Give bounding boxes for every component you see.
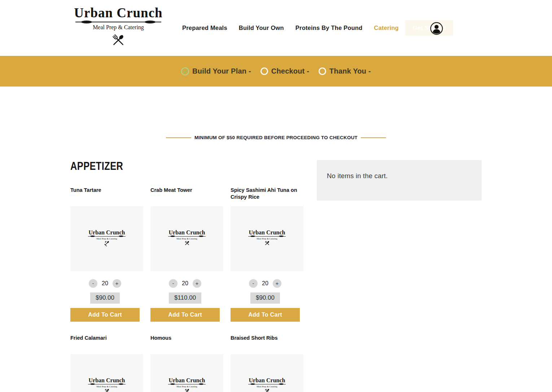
products-column: APPETIZER Tuna Tartare Urban Crunch Meal… xyxy=(70,160,305,392)
nav-prepared-meals[interactable]: Prepared Meals xyxy=(182,25,227,31)
checkout-steps: Build Your Plan - Checkout - Thank You - xyxy=(181,67,371,75)
product-grid: Tuna Tartare Urban Crunch Meal Prep & Ca… xyxy=(70,186,305,392)
cart-empty-message: No items in the cart. xyxy=(317,160,482,180)
fork-spoon-icon xyxy=(247,240,286,248)
price-label: $90.00 xyxy=(90,292,120,304)
placeholder-brand-logo: Urban Crunch Meal Prep & Catering xyxy=(167,230,206,248)
placeholder-logo-rule xyxy=(88,384,126,385)
placeholder-brand-name: Urban Crunch xyxy=(247,230,286,236)
cart-summary-panel: No items in the cart. xyxy=(317,160,482,201)
quantity-stepper: - 20 + xyxy=(70,279,140,288)
product-card-homous: Homous Urban Crunch Meal Prep & Catering xyxy=(150,334,223,392)
placeholder-brand-tagline: Meal Prep & Catering xyxy=(167,237,206,240)
brand-tagline: Meal Prep & Catering xyxy=(74,24,163,31)
product-card-braised-short-ribs: Braised Short Ribs Urban Crunch Meal Pre… xyxy=(231,334,303,392)
decrease-quantity-button[interactable]: - xyxy=(249,279,258,288)
product-card-fried-calamari: Fried Calamari Urban Crunch Meal Prep & … xyxy=(70,334,143,392)
nav-catering[interactable]: Catering xyxy=(374,25,399,31)
product-card-crab-meat-tower: Crab Meat Tower Urban Crunch Meal Prep &… xyxy=(150,186,223,322)
nav-build-your-own[interactable]: Build Your Own xyxy=(239,25,284,31)
placeholder-brand-logo: Urban Crunch Meal Prep & Catering xyxy=(167,378,206,392)
fork-spoon-icon xyxy=(87,388,126,392)
main-content: MINIMUM OF $50 REQUIRED BEFORE PROCEEDIN… xyxy=(70,135,482,392)
placeholder-brand-name: Urban Crunch xyxy=(167,230,206,236)
logo-ornament-rule xyxy=(75,22,161,22)
product-title[interactable]: Braised Short Ribs xyxy=(231,334,303,354)
product-image-placeholder[interactable]: Urban Crunch Meal Prep & Catering xyxy=(150,354,223,392)
step-build-your-plan: Build Your Plan - xyxy=(181,67,251,75)
placeholder-brand-name: Urban Crunch xyxy=(87,378,126,384)
price-label: $110.00 xyxy=(169,292,201,304)
placeholder-logo-rule xyxy=(248,384,286,385)
fork-spoon-icon xyxy=(74,32,163,50)
quantity-stepper: - 20 + xyxy=(150,279,220,288)
placeholder-brand-tagline: Meal Prep & Catering xyxy=(87,385,126,388)
decrease-quantity-button[interactable]: - xyxy=(169,279,178,288)
decrease-quantity-button[interactable]: - xyxy=(89,279,97,288)
notice-line-left xyxy=(166,137,191,138)
fork-spoon-icon xyxy=(87,240,126,248)
brand-logo[interactable]: Urban Crunch Meal Prep & Catering xyxy=(74,6,163,50)
notice-line-right xyxy=(361,137,386,138)
get-started-button[interactable]: Get Started xyxy=(405,20,453,36)
account-icon[interactable] xyxy=(430,22,443,35)
placeholder-brand-tagline: Meal Prep & Catering xyxy=(167,385,206,388)
hollow-circle-icon xyxy=(260,67,268,75)
placeholder-brand-name: Urban Crunch xyxy=(167,378,206,384)
add-to-cart-button[interactable]: Add To Cart xyxy=(231,308,300,322)
step-label: Thank You - xyxy=(329,67,371,75)
add-to-cart-button[interactable]: Add To Cart xyxy=(150,308,220,322)
product-title[interactable]: Fried Calamari xyxy=(70,334,143,354)
brand-name: Urban Crunch xyxy=(74,6,163,21)
nav-proteins-by-the-pound[interactable]: Proteins By The Pound xyxy=(295,25,363,31)
fork-spoon-icon xyxy=(167,240,206,248)
product-title[interactable]: Crab Meat Tower xyxy=(150,186,223,206)
product-card-spicy-sashimi: Spicy Sashimi Ahi Tuna on Crispy Rice Ur… xyxy=(231,186,303,322)
product-controls: - 20 + $90.00 Add To Cart xyxy=(231,279,300,322)
price-label: $90.00 xyxy=(250,292,280,304)
product-image-placeholder[interactable]: Urban Crunch Meal Prep & Catering xyxy=(150,206,223,271)
check-circle-icon xyxy=(181,67,189,75)
placeholder-logo-rule xyxy=(248,236,286,237)
step-thank-you: Thank You - xyxy=(319,67,371,75)
product-title[interactable]: Spicy Sashimi Ahi Tuna on Crispy Rice xyxy=(231,186,303,206)
placeholder-brand-tagline: Meal Prep & Catering xyxy=(247,385,286,388)
quantity-value[interactable]: 20 xyxy=(180,280,190,287)
minimum-order-notice: MINIMUM OF $50 REQUIRED BEFORE PROCEEDIN… xyxy=(70,135,482,140)
quantity-value[interactable]: 20 xyxy=(260,280,270,287)
increase-quantity-button[interactable]: + xyxy=(273,279,281,288)
placeholder-brand-logo: Urban Crunch Meal Prep & Catering xyxy=(87,378,126,392)
product-image-placeholder[interactable]: Urban Crunch Meal Prep & Catering xyxy=(231,354,303,392)
main-nav: Prepared Meals Build Your Own Proteins B… xyxy=(182,0,453,56)
placeholder-brand-name: Urban Crunch xyxy=(87,230,126,236)
notice-text: MINIMUM OF $50 REQUIRED BEFORE PROCEEDIN… xyxy=(194,135,358,140)
product-title[interactable]: Homous xyxy=(150,334,223,354)
increase-quantity-button[interactable]: + xyxy=(113,279,121,288)
product-card-tuna-tartare: Tuna Tartare Urban Crunch Meal Prep & Ca… xyxy=(70,186,143,322)
placeholder-brand-tagline: Meal Prep & Catering xyxy=(87,237,126,240)
placeholder-brand-name: Urban Crunch xyxy=(247,378,286,384)
step-label: Build Your Plan - xyxy=(192,67,251,75)
checkout-progress-banner: Build Your Plan - Checkout - Thank You - xyxy=(0,56,552,87)
placeholder-brand-logo: Urban Crunch Meal Prep & Catering xyxy=(247,378,286,392)
product-image-placeholder[interactable]: Urban Crunch Meal Prep & Catering xyxy=(231,206,303,271)
quantity-value[interactable]: 20 xyxy=(100,280,110,287)
increase-quantity-button[interactable]: + xyxy=(193,279,201,288)
placeholder-logo-rule xyxy=(168,384,206,385)
fork-spoon-icon xyxy=(167,388,206,392)
product-image-placeholder[interactable]: Urban Crunch Meal Prep & Catering xyxy=(70,354,143,392)
placeholder-logo-rule xyxy=(88,236,126,237)
quantity-stepper: - 20 + xyxy=(231,279,300,288)
placeholder-brand-logo: Urban Crunch Meal Prep & Catering xyxy=(87,230,126,248)
content-row: APPETIZER Tuna Tartare Urban Crunch Meal… xyxy=(70,160,482,392)
section-title-appetizer: APPETIZER xyxy=(70,160,263,172)
placeholder-brand-logo: Urban Crunch Meal Prep & Catering xyxy=(247,230,286,248)
add-to-cart-button[interactable]: Add To Cart xyxy=(70,308,140,322)
product-title[interactable]: Tuna Tartare xyxy=(70,186,143,206)
product-image-placeholder[interactable]: Urban Crunch Meal Prep & Catering xyxy=(70,206,143,271)
fork-spoon-icon xyxy=(247,388,286,392)
product-controls: - 20 + $90.00 Add To Cart xyxy=(70,279,140,322)
placeholder-brand-tagline: Meal Prep & Catering xyxy=(247,237,286,240)
step-checkout: Checkout - xyxy=(260,67,309,75)
site-header: Urban Crunch Meal Prep & Catering Prepar… xyxy=(0,0,552,56)
